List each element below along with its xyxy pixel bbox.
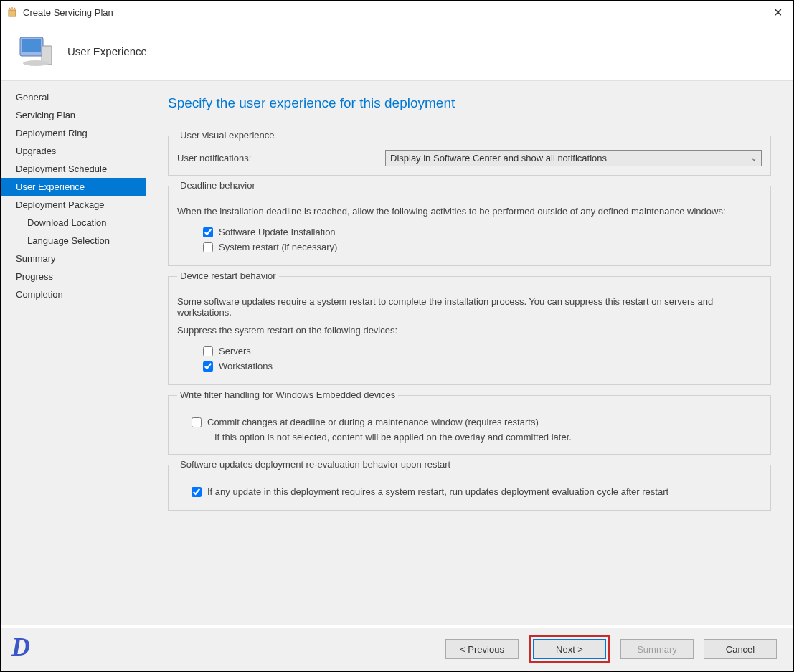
sidebar-item-general[interactable]: General	[1, 88, 146, 106]
checkbox-workstations[interactable]	[203, 361, 213, 372]
label-user-notifications: User notifications:	[177, 153, 385, 164]
sidebar-item-user-experience[interactable]: User Experience	[1, 178, 146, 196]
label-servers[interactable]: Servers	[219, 346, 251, 356]
wizard-icon	[7, 6, 19, 18]
sidebar-item-summary[interactable]: Summary	[1, 250, 146, 268]
sidebar-item-servicing-plan[interactable]: Servicing Plan	[1, 106, 146, 124]
next-button-highlight: Next >	[529, 635, 610, 663]
fieldset-deadline: Deadline behavior When the installation …	[168, 186, 771, 266]
brand-logo: D	[11, 632, 30, 662]
svg-point-4	[23, 60, 49, 66]
footer: < Previous Next > Summary Cancel	[1, 628, 793, 671]
select-value: Display in Software Center and show all …	[390, 153, 607, 164]
sidebar-item-completion[interactable]: Completion	[1, 285, 146, 303]
window-title: Create Servicing Plan	[23, 7, 113, 18]
fieldset-visual-experience: User visual experience User notification…	[168, 136, 771, 176]
checkbox-rerun-eval[interactable]	[192, 487, 202, 497]
deadline-description: When the installation deadline is reache…	[177, 206, 762, 217]
page-title: Specify the user experience for this dep…	[168, 95, 771, 111]
legend-write-filter: Write filter handling for Windows Embedd…	[177, 389, 398, 400]
checkbox-system-restart[interactable]	[203, 242, 213, 252]
page-header-title: User Experience	[67, 45, 147, 57]
label-rerun-eval[interactable]: If any update in this deployment require…	[207, 486, 668, 497]
content-panel: Specify the user experience for this dep…	[146, 81, 793, 625]
wizard-sidebar: GeneralServicing PlanDeployment RingUpgr…	[1, 81, 146, 625]
svg-rect-0	[9, 10, 16, 16]
titlebar: Create Servicing Plan ✕	[1, 1, 793, 23]
legend-device-restart: Device restart behavior	[177, 270, 279, 281]
computer-icon	[16, 33, 56, 69]
legend-visual-experience: User visual experience	[177, 130, 278, 141]
fieldset-write-filter: Write filter handling for Windows Embedd…	[168, 395, 771, 455]
checkbox-servers[interactable]	[203, 346, 213, 356]
cancel-button[interactable]: Cancel	[704, 639, 777, 659]
label-system-restart[interactable]: System restart (if necessary)	[219, 242, 337, 252]
previous-button[interactable]: < Previous	[445, 639, 519, 659]
label-software-update-installation[interactable]: Software Update Installation	[219, 227, 336, 237]
chevron-down-icon: ⌄	[751, 154, 757, 162]
sidebar-item-download-location[interactable]: Download Location	[1, 214, 146, 232]
write-filter-note: If this option is not selected, content …	[214, 432, 762, 443]
checkbox-software-update-installation[interactable]	[203, 227, 213, 237]
next-button[interactable]: Next >	[533, 639, 606, 659]
close-icon[interactable]: ✕	[769, 6, 787, 19]
fieldset-device-restart: Device restart behavior Some software up…	[168, 276, 771, 385]
checkbox-commit-changes[interactable]	[192, 417, 202, 427]
sidebar-item-language-selection[interactable]: Language Selection	[1, 232, 146, 250]
fieldset-reevaluation: Software updates deployment re-evaluatio…	[168, 465, 771, 511]
svg-rect-2	[22, 39, 41, 52]
label-commit-changes[interactable]: Commit changes at deadline or during a m…	[207, 417, 539, 427]
label-workstations[interactable]: Workstations	[219, 361, 273, 372]
summary-button: Summary	[620, 639, 694, 659]
device-restart-description: Some software updates require a system r…	[177, 296, 762, 318]
device-restart-prompt: Suppress the system restart on the follo…	[177, 325, 762, 336]
select-user-notifications[interactable]: Display in Software Center and show all …	[385, 150, 762, 166]
sidebar-item-deployment-ring[interactable]: Deployment Ring	[1, 124, 146, 142]
header: User Experience	[1, 23, 793, 81]
legend-reevaluation: Software updates deployment re-evaluatio…	[177, 459, 453, 470]
legend-deadline: Deadline behavior	[177, 180, 258, 191]
sidebar-item-deployment-schedule[interactable]: Deployment Schedule	[1, 160, 146, 178]
sidebar-item-upgrades[interactable]: Upgrades	[1, 142, 146, 160]
sidebar-item-deployment-package[interactable]: Deployment Package	[1, 196, 146, 214]
sidebar-item-progress[interactable]: Progress	[1, 268, 146, 285]
